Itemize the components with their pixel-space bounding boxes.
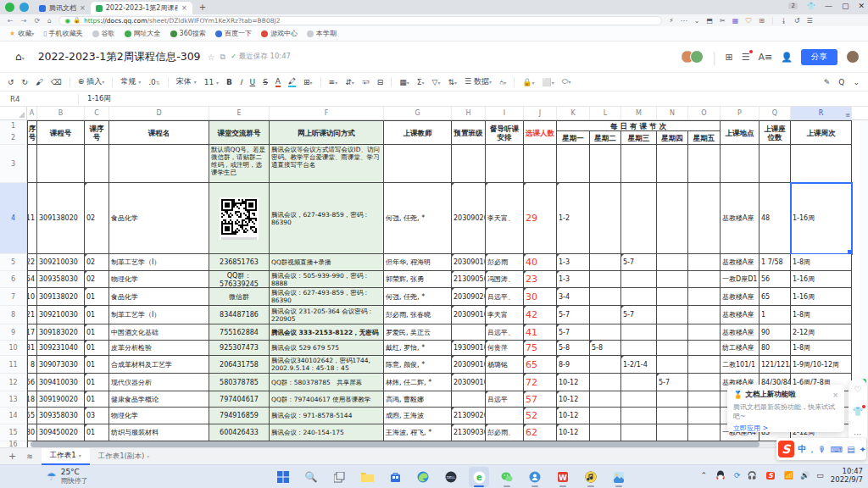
cell-M13[interactable] bbox=[621, 391, 657, 408]
column-header-M[interactable]: M bbox=[621, 107, 657, 119]
cell-N4[interactable] bbox=[657, 183, 688, 254]
cell-A12[interactable]: 66 bbox=[27, 374, 37, 391]
cell-R9[interactable]: 2-12周 bbox=[791, 324, 852, 341]
qq-music-icon[interactable] bbox=[581, 467, 601, 487]
cell-N7[interactable] bbox=[657, 288, 688, 306]
cell-J5[interactable]: 40 bbox=[524, 254, 557, 271]
cell-M3[interactable] bbox=[621, 145, 657, 183]
close-button[interactable]: ✕ bbox=[858, 2, 865, 10]
cell-B10[interactable]: 309231040 bbox=[37, 341, 85, 356]
cell-M5[interactable]: 5-7 bbox=[621, 254, 657, 271]
header-cell-o[interactable]: 星期五 bbox=[688, 131, 721, 145]
vertical-align-icon[interactable]: ⇵▾ bbox=[345, 78, 354, 86]
start-button[interactable] bbox=[273, 467, 293, 487]
cell-P7[interactable]: 基教楼A座 bbox=[721, 288, 760, 306]
qq-tray-icon[interactable] bbox=[714, 469, 727, 482]
bookmark-semester[interactable]: 本学期 bbox=[307, 29, 337, 38]
back-icon[interactable]: ← bbox=[8, 17, 14, 25]
underline-icon[interactable]: U bbox=[250, 78, 256, 86]
cell-D4[interactable]: 食品化学 bbox=[109, 183, 209, 254]
cell-M10[interactable] bbox=[621, 341, 657, 356]
row-header-16[interactable]: 16 bbox=[0, 441, 27, 447]
wrap-text-icon[interactable]: ⮒ bbox=[362, 78, 370, 86]
cell-K5[interactable]: 1-3 bbox=[557, 254, 590, 271]
wifi-icon[interactable]: 📶 bbox=[784, 471, 793, 480]
pen-icon[interactable]: ✎ bbox=[824, 78, 831, 86]
move-doc-icon[interactable]: ⧉ bbox=[220, 53, 225, 62]
cell-D8[interactable]: 制革工艺学（Ⅰ） bbox=[109, 306, 209, 324]
add-sheet-button[interactable]: + bbox=[8, 451, 16, 462]
cell-E11[interactable]: 206431758 bbox=[209, 356, 270, 374]
cell-N3[interactable] bbox=[657, 145, 688, 183]
cell-J3[interactable] bbox=[524, 145, 557, 183]
cell-F15[interactable]: 腾讯会议：240-154-175 bbox=[270, 424, 384, 441]
cell-K11[interactable]: 8-9 bbox=[557, 356, 590, 374]
bookmark-favorites[interactable]: ★收藏▾ bbox=[9, 29, 34, 38]
cell-J11[interactable]: 65 bbox=[524, 356, 557, 374]
cell-O10[interactable] bbox=[688, 341, 721, 356]
browser-profile-icon[interactable] bbox=[19, 3, 29, 12]
clipboard-icon[interactable]: ▤ bbox=[847, 445, 854, 454]
cell-H6[interactable]: 213090501 bbox=[452, 271, 486, 288]
cell-N12[interactable]: 5-7 bbox=[657, 374, 688, 391]
cell-G15[interactable]: 王海波, 程飞, * bbox=[384, 424, 452, 441]
cell-B12[interactable]: 309410030 bbox=[37, 374, 85, 391]
italic-icon[interactable]: I bbox=[240, 78, 242, 86]
column-header-L[interactable]: L bbox=[590, 107, 621, 119]
header-cell-a[interactable]: 序号 bbox=[27, 120, 37, 145]
undo-icon[interactable]: ↺ bbox=[8, 78, 14, 86]
cell-R11[interactable]: 1-9周/10-12周 bbox=[791, 356, 852, 374]
cell-I13[interactable]: 吕远平 bbox=[486, 391, 524, 408]
wps-icon[interactable]: W bbox=[553, 467, 573, 487]
cell-A4[interactable]: 11 bbox=[27, 183, 37, 254]
cell-N5[interactable] bbox=[657, 254, 688, 271]
sheet-tab-1[interactable]: 工作表1▾ bbox=[42, 448, 90, 465]
format-painter-icon[interactable]: 🖌 bbox=[36, 78, 43, 86]
column-header-E[interactable]: E bbox=[209, 107, 270, 119]
cell-F3[interactable]: 腾讯会议等会议方式请写会议ID、访问密码。教学平台爱课堂、雨课堂、学习通直接写平… bbox=[270, 145, 384, 183]
browser-360-logo[interactable] bbox=[5, 3, 14, 12]
cell-M8[interactable]: 5-7 bbox=[621, 306, 657, 324]
cell-D9[interactable]: 中国酒文化基础 bbox=[109, 324, 209, 341]
cell-A7[interactable]: 10 bbox=[27, 288, 37, 306]
cell-D14[interactable]: 物理化学 bbox=[109, 408, 209, 424]
photos-icon[interactable] bbox=[609, 467, 629, 487]
row-header-11[interactable]: 11 bbox=[0, 356, 27, 374]
cell-Q3[interactable] bbox=[760, 145, 791, 183]
close-tab-icon[interactable]: × bbox=[80, 4, 86, 12]
insert-button[interactable]: ⊕ 插入▾ bbox=[78, 76, 104, 87]
cell-H7[interactable]: 203090201 bbox=[452, 288, 486, 306]
cell-I9[interactable]: 吕远平、 bbox=[486, 324, 524, 341]
row-header-1-2[interactable]: 12 bbox=[0, 120, 27, 145]
row-header-13[interactable]: 13 bbox=[0, 391, 27, 408]
cell-O7[interactable] bbox=[688, 288, 721, 306]
row-header-5[interactable]: 5 bbox=[0, 254, 27, 271]
cell-O5[interactable] bbox=[688, 254, 721, 271]
cell-Q4[interactable]: 48 bbox=[760, 183, 791, 254]
cell-F4[interactable]: 腾讯会议，627-493-859，密码：86390 bbox=[270, 183, 384, 254]
cell-M11[interactable]: 1-2/1-4 bbox=[621, 356, 657, 374]
like-icon[interactable]: ♡ bbox=[854, 385, 862, 394]
cell-P4[interactable]: 基教楼A座 bbox=[721, 183, 760, 254]
bold-icon[interactable]: B bbox=[226, 78, 232, 86]
cell-C7[interactable]: 01 bbox=[85, 288, 109, 306]
cell-I12[interactable] bbox=[486, 374, 524, 391]
cell-O4[interactable] bbox=[688, 183, 721, 254]
cell-P8[interactable]: 基教楼A座 bbox=[721, 306, 760, 324]
cell-R6[interactable]: 1-16周 bbox=[791, 271, 852, 288]
cell-N10[interactable] bbox=[657, 341, 688, 356]
scissors-icon[interactable]: ✂ bbox=[720, 17, 726, 25]
cell-F12[interactable]: QQ群：580378785 共享屏幕 bbox=[270, 374, 384, 391]
cell-F14[interactable]: 腾讯会议：971-8578-5144 bbox=[270, 408, 384, 424]
cell-A3[interactable] bbox=[27, 145, 37, 183]
cell-F13[interactable]: QQ群：797404617 使用慕课教学 bbox=[270, 391, 384, 408]
cell-F11[interactable]: 腾讯会议340102642，密码1744, 2002.9.5.14：45-18：… bbox=[270, 356, 384, 374]
cell-M6[interactable] bbox=[621, 271, 657, 288]
column-header-F[interactable]: F bbox=[270, 107, 384, 119]
cell-D12[interactable]: 现代仪器分析 bbox=[109, 374, 209, 391]
cell-I5[interactable]: 彭必雨 bbox=[486, 254, 524, 271]
eraser-icon[interactable]: ⌫ bbox=[51, 78, 62, 86]
cell-G11[interactable]: 陈意, 颜俊, * bbox=[384, 356, 452, 374]
cell-G12[interactable]: 林炜, 任二辉, * bbox=[384, 374, 452, 391]
tab-tencent-docs[interactable]: 腾讯文档 × bbox=[34, 2, 91, 14]
